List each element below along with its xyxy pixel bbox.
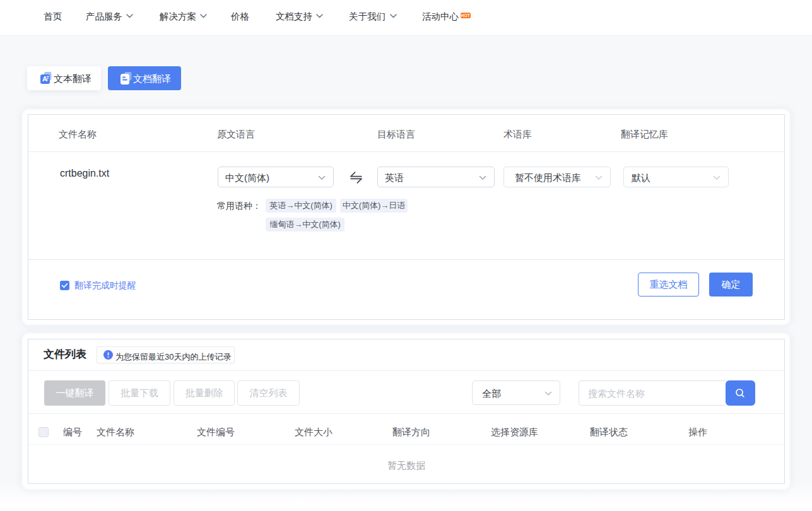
svg-text:A: A — [42, 75, 47, 83]
